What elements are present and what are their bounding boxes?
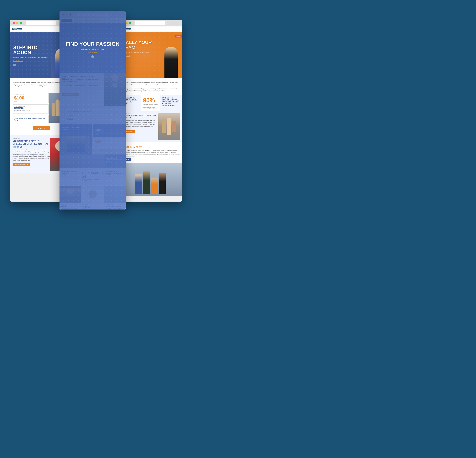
bottom-person2 — [143, 171, 150, 194]
campaign-title: RUN A UNITED WAY EMPLOYEE GIVING CAMPAIG… — [121, 114, 156, 119]
nav-link-campaign[interactable]: OUR CAMPAIGN — [39, 29, 47, 30]
donation-amount-box: YOUR DONATION OF... $100 — [13, 93, 49, 103]
hero-title: STEP INTO ACTION — [13, 45, 50, 55]
impact-tag: FUND — [121, 144, 180, 145]
right-stats-row: GAIN ACCESS TO PREMIER MARKETS ACROSS YO… — [119, 95, 182, 111]
impact-title: INVEST IN IMPACT — [121, 146, 180, 149]
center-browser-window: United Way of Greater Philadelphia OUR C… — [60, 11, 126, 209]
right-titlebar — [119, 20, 182, 26]
program-name: SIEMER INSTITUTE FOR FAMILY STABILITY (S… — [14, 117, 47, 121]
right-nav-who[interactable]: WHO WE ARE — [166, 29, 172, 30]
right-hero-title: RALLY YOUR TEAM — [122, 40, 155, 50]
right-minimize-dot[interactable] — [125, 22, 128, 24]
volunteer-text1: Each year, more than 10,000 volunteers r… — [13, 149, 50, 153]
nav-link-involved[interactable]: GET INVOLVED — [48, 29, 56, 30]
impact-text: When you support United Way's Impact Fun… — [121, 150, 180, 157]
person-arrow[interactable]: → — [14, 111, 47, 112]
right-browser-window: United Way of Greater Philadelphia OUR C… — [119, 20, 182, 201]
right-hero-content: RALLY YOUR TEAM Be an influencer, a cham… — [122, 40, 178, 61]
right-nav-impact[interactable]: OUR IMPACT — [141, 29, 147, 30]
right-maximize-dot[interactable] — [129, 22, 131, 24]
bottom-person3 — [151, 178, 158, 194]
stat-90-percent: 90% of American consumers are more likel… — [141, 95, 160, 111]
close-dot[interactable] — [13, 22, 15, 24]
bottom-people — [119, 163, 182, 196]
center-hero: FIND YOUR PASSION Be engaged, be informe… — [60, 23, 126, 73]
center-hero-subtitle: Be engaged, be informed, get involved. — [66, 48, 119, 50]
right-bottom-image — [119, 163, 182, 196]
right-nav-campaign[interactable]: OUR CAMPAIGN — [148, 29, 156, 30]
right-hero: JOIN US RALLY YOUR TEAM Be an influencer… — [119, 32, 182, 78]
right-nav: United Way of Greater Philadelphia OUR C… — [119, 26, 182, 32]
sil2 — [56, 100, 60, 116]
right-impact-section: FUND INVEST IN IMPACT When you support U… — [119, 142, 182, 163]
right-intro-text1: You're a key corporate partner in the mo… — [122, 81, 178, 85]
hero-cta[interactable]: Scroll To Contribute — [13, 60, 23, 61]
help-box: TO HELP PEOPLE LIKE... DONNA Passing on … — [13, 104, 49, 114]
join-btn[interactable]: JOIN US — [175, 35, 182, 38]
bottom-person1 — [135, 175, 142, 194]
nav-link-cause[interactable]: OUR CAUSE — [25, 29, 30, 30]
right-intro-text2: A campaign will serve as an important op… — [122, 88, 178, 92]
give-now-btn[interactable]: GIVE NOW — [33, 126, 50, 130]
campaign-image — [158, 113, 180, 140]
maximize-dot[interactable] — [20, 22, 22, 24]
find-opportunity-btn[interactable]: FIND AN OPPORTUNITY — [13, 163, 30, 166]
campaign-layout: OUR CAMPAIGN RUN A UNITED WAY EMPLOYEE G… — [121, 113, 180, 140]
right-nav-involved[interactable]: GET INVOLVED — [158, 29, 165, 30]
scroll-indicator: ↓ — [13, 64, 16, 66]
volunteer-text2: Whether tutoring a young person, offerin… — [13, 154, 50, 161]
right-nav-cause[interactable]: OUR CAUSE — [134, 29, 139, 30]
campaign-text: OUR CAMPAIGN RUN A UNITED WAY EMPLOYEE G… — [121, 113, 156, 140]
donation-left: YOUR DONATION OF... $100 TO HELP PEOPLE … — [13, 93, 49, 124]
volunteer-text: VOLUNTEER VOLUNTEERS ARE THE LIFEBLOOD O… — [13, 138, 50, 171]
bottom-person4 — [159, 173, 166, 194]
person1 — [162, 120, 166, 133]
sil1 — [51, 103, 55, 116]
right-nav-links: OUR CAUSE OUR IMPACT OUR CAMPAIGN GET IN… — [134, 29, 180, 30]
person-name: DONNA — [14, 107, 47, 110]
right-intro-section: You're a key corporate partner in the mo… — [119, 78, 182, 95]
campaign-text-content: Giving your employees an easy, efficient… — [121, 120, 156, 129]
volunteer-title: VOLUNTEERS ARE THE LIFEBLOOD OF A REGION… — [13, 140, 50, 148]
person2 — [167, 118, 171, 135]
stat-90-number: 90% — [143, 97, 158, 104]
campaign-photo — [158, 113, 180, 140]
center-scroll-indicator: ↓ — [91, 55, 94, 58]
right-toolbar-buttons — [169, 21, 179, 25]
right-address-bar[interactable] — [135, 21, 165, 25]
nav-logo: United Way of Greater Philadelphia — [12, 28, 22, 30]
right-nav-latest[interactable]: THE LATEST — [174, 29, 180, 30]
nav-link-impact[interactable]: OUR IMPACT — [32, 29, 38, 30]
center-hero-content: FIND YOUR PASSION Be engaged, be informe… — [66, 41, 119, 58]
person3 — [172, 121, 176, 132]
right-hero-subtitle: Be an influencer, a champion, a game cha… — [122, 51, 178, 53]
stat-90-desc: of American consumers are more likely to… — [143, 104, 158, 109]
center-hero-cta[interactable]: Scroll To Explore — [88, 52, 97, 53]
minimize-dot[interactable] — [16, 22, 18, 24]
stat-connect: CONNECT TO DIVERSE EMPLOYEE ENGAGEMENT A… — [160, 95, 182, 111]
center-hero-title: FIND YOUR PASSION — [66, 41, 119, 47]
volunteer-tag: VOLUNTEER — [13, 138, 50, 139]
person-desc: Passing on a Legacy of Stability — [14, 110, 47, 111]
right-campaign-section: OUR CAMPAIGN RUN A UNITED WAY EMPLOYEE G… — [119, 111, 182, 142]
address-bar[interactable] — [26, 21, 56, 25]
stat-connect-title: CONNECT TO DIVERSE EMPLOYEE ENGAGEMENT A… — [162, 97, 180, 107]
donation-arrow — [14, 101, 17, 102]
logo-box: United Way of Greater Philadelphia — [12, 28, 22, 30]
donation-amount: $100 — [14, 95, 47, 101]
meeting-silhouettes — [158, 113, 180, 140]
program-box: TO SUPPORT PROGRAMS LIKE... SIEMER INSTI… — [13, 115, 49, 123]
